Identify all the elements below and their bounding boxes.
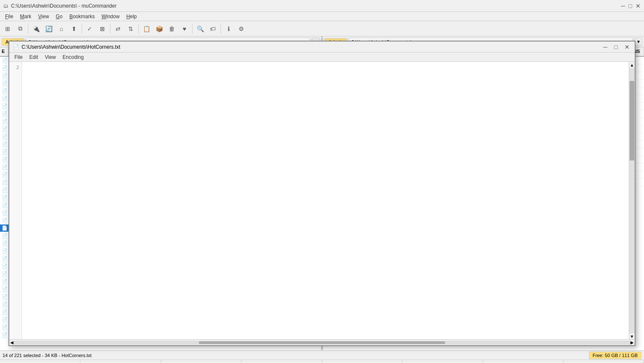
scroll-track[interactable]: [629, 68, 635, 333]
line-number: 2: [9, 64, 22, 72]
unmark-button[interactable]: ⊠: [96, 23, 108, 35]
file-ext-icon: 📄: [0, 126, 7, 132]
h-scroll-thumb[interactable]: [199, 341, 445, 344]
file-ext-icon: 📄: [0, 271, 7, 277]
file-ext-icon: 📄: [0, 210, 7, 216]
file-ext-icon: 📄: [0, 255, 7, 262]
editor-close-button[interactable]: ✕: [623, 44, 631, 50]
sync-panels-button[interactable]: ⇅: [125, 23, 137, 35]
editor-menu-edit[interactable]: Edit: [26, 53, 41, 61]
editor-scrollbar-horizontal[interactable]: ◀ ▶: [9, 339, 635, 345]
file-ext-icon: 📄: [0, 240, 7, 247]
file-ext-icon: 📄: [0, 65, 7, 71]
file-ext-icon: 📄: [0, 248, 7, 254]
menu-help[interactable]: Help: [123, 13, 140, 20]
menu-window[interactable]: Window: [98, 13, 123, 20]
copy-f5-button[interactable]: 📋 Copy [F5]: [161, 360, 242, 363]
window-title: C:\Users\Ashwin\Documents\ - muCommander: [11, 3, 116, 9]
editor-menu-encoding[interactable]: Encoding: [59, 53, 87, 61]
go-up-button[interactable]: ⬆: [68, 23, 80, 35]
move-button[interactable]: 📦: [153, 23, 165, 35]
home-button[interactable]: ⌂: [55, 23, 67, 35]
editor-title: C:\Users\Ashwin\Documents\HotCorners.txt: [22, 44, 602, 50]
refresh-button[interactable]: 🔄: [43, 23, 55, 35]
editor-text[interactable]: [22, 62, 629, 339]
file-ext-icon: 📄: [0, 57, 7, 64]
file-ext-icon: 📄: [0, 278, 7, 285]
file-ext-icon: 📄: [0, 225, 7, 231]
file-ext-icon: 📄: [0, 172, 7, 178]
close-button[interactable]: ✕: [636, 3, 641, 9]
bookmark-button[interactable]: ♥: [179, 23, 190, 35]
new-window-button[interactable]: ⧉: [14, 23, 26, 35]
server-connect-button[interactable]: 🔌: [30, 23, 42, 35]
maximize-button[interactable]: □: [629, 3, 632, 9]
file-ext-icon: 📄: [0, 133, 7, 140]
delete-f8-button[interactable]: 🗑 Delete [F8]: [402, 360, 483, 363]
scroll-left-arrow[interactable]: ◀: [10, 340, 14, 345]
info-button[interactable]: ℹ: [223, 23, 234, 35]
toolbar-sep-2: [82, 24, 82, 34]
menu-go[interactable]: Go: [52, 13, 66, 20]
close-f10-button[interactable]: ✕ Close window [F10]: [564, 360, 644, 363]
text-editor: 📄 C:\Users\Ashwin\Documents\HotCorners.t…: [8, 41, 636, 346]
editor-controls: ─ □ ✕: [602, 44, 631, 50]
editor-minimize-button[interactable]: ─: [602, 44, 609, 50]
mkdir-f7-button[interactable]: 📁 Make directory [F7]: [322, 360, 402, 363]
file-ext-icon: 📄: [0, 301, 7, 308]
scroll-down-arrow[interactable]: ▼: [629, 333, 635, 339]
scroll-thumb[interactable]: [630, 81, 634, 161]
window-controls: ─ □ ✕: [621, 3, 641, 9]
editor-icon: 📄: [13, 44, 19, 50]
file-ext-icon: 📄: [0, 149, 7, 155]
view-f3-button[interactable]: 👁 View [F3]: [0, 360, 80, 363]
editor-menu-view[interactable]: View: [41, 53, 59, 61]
copy-button[interactable]: 📋: [140, 23, 152, 35]
move-f6-button[interactable]: 📦 Move [F6]: [242, 360, 322, 363]
file-ext-icon: 📄: [0, 72, 7, 79]
file-ext-icon: 📄: [0, 95, 7, 102]
editor-maximize-button[interactable]: □: [613, 44, 619, 50]
menu-bar: File Mark View Go Bookmarks Window Help: [0, 12, 644, 21]
mark-button[interactable]: ✓: [84, 23, 96, 35]
toolbar-sep-4: [138, 24, 139, 34]
new-tab-button[interactable]: ⊞: [2, 23, 14, 35]
editor-scrollbar-vertical[interactable]: ▲ ▼: [629, 62, 635, 339]
settings-button[interactable]: ⚙: [235, 23, 247, 35]
search-button[interactable]: 🔍: [194, 23, 206, 35]
delete-button[interactable]: 🗑: [166, 23, 178, 35]
toolbar-sep-1: [28, 24, 28, 34]
editor-menu-bar: File Edit View Encoding: [9, 53, 635, 62]
file-ext-icon: 📄: [0, 156, 7, 163]
status-bar: 14 of 221 selected - 34 KB - HotCorners.…: [0, 350, 644, 360]
label-button[interactable]: 🏷: [207, 23, 219, 35]
editor-menu-file[interactable]: File: [11, 53, 26, 61]
status-text: 14 of 221 selected - 34 KB - HotCorners.…: [3, 353, 589, 358]
edit-f4-button[interactable]: ✏ Edit [F4]: [80, 360, 161, 363]
refresh-f9-button[interactable]: 🔄 Refresh [F9]: [483, 360, 564, 363]
file-ext-icon: 📄: [0, 118, 7, 125]
menu-bookmarks[interactable]: Bookmarks: [66, 13, 98, 20]
line-numbers: 2: [9, 62, 22, 339]
title-bar: 🗂 C:\Users\Ashwin\Documents\ - muCommand…: [0, 0, 644, 12]
h-scroll-track[interactable]: [14, 341, 630, 344]
editor-title-bar: 📄 C:\Users\Ashwin\Documents\HotCorners.t…: [9, 42, 635, 53]
menu-view[interactable]: View: [35, 13, 52, 20]
file-ext-icon: 📄: [0, 332, 7, 338]
file-ext-icon: 📄: [0, 263, 7, 269]
left-col-ext-header[interactable]: E: [0, 47, 8, 56]
right-panel-path-btn[interactable]: ▼: [635, 38, 642, 46]
scroll-up-arrow[interactable]: ▲: [629, 62, 635, 68]
menu-file[interactable]: File: [2, 13, 17, 20]
toolbar-sep-6: [220, 24, 221, 34]
file-ext-icon: 📄: [0, 103, 7, 109]
swap-panels-button[interactable]: ⇄: [112, 23, 124, 35]
file-ext-icon: 📄: [0, 324, 7, 330]
minimize-button[interactable]: ─: [621, 3, 625, 9]
bottom-toolbar: 👁 View [F3] ✏ Edit [F4] 📋 Copy [F5] 📦 Mo…: [0, 360, 644, 363]
file-ext-icon: 📄: [0, 111, 7, 117]
file-ext-icon: 📄: [0, 88, 7, 94]
menu-mark[interactable]: Mark: [17, 13, 35, 20]
file-ext-icon: 📄: [0, 233, 7, 239]
scroll-right-arrow[interactable]: ▶: [630, 340, 634, 345]
